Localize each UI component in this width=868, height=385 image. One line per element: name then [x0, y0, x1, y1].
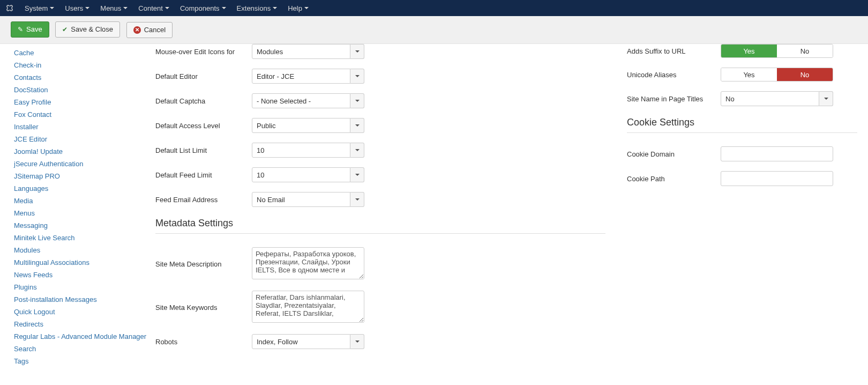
sidebar-item[interactable]: JSitemap PRO [11, 170, 155, 182]
toggle-label: Adds Suffix to URL [627, 47, 721, 55]
sidebar-item[interactable]: Plugins [11, 281, 155, 293]
save-button[interactable]: Save [11, 21, 49, 38]
caret-down-icon [85, 7, 89, 9]
robots-value: Index, Follow [252, 334, 350, 349]
sidebar-item[interactable]: News Feeds [11, 269, 155, 281]
meta-keywords-label: Site Meta Keywords [155, 303, 252, 312]
field-select[interactable]: - None Selected - [252, 93, 364, 108]
sidebar-item-label: Joomla! Update [14, 147, 155, 156]
sidebar-item[interactable]: Post-installation Messages [11, 293, 155, 306]
field-value: No Email [252, 192, 350, 207]
nav-item-extensions[interactable]: Extensions [231, 0, 283, 16]
toggle-no[interactable]: No [777, 45, 833, 57]
nav-item-system[interactable]: System [19, 0, 59, 16]
chevron-down-icon[interactable] [350, 192, 364, 207]
chevron-down-icon[interactable] [350, 143, 364, 158]
cancel-button[interactable]: Cancel [126, 22, 173, 38]
sidebar-item-label: Redirects [14, 320, 155, 328]
sidebar-item[interactable]: JCE Editor [11, 133, 155, 145]
sidebar-item[interactable]: Minitek Live Search [11, 232, 155, 244]
sidebar-item[interactable]: Languages [11, 182, 155, 195]
sidebar-item-label: Cache [14, 49, 155, 57]
field-select[interactable]: Public [252, 118, 364, 133]
sidebar-item[interactable]: Check-in [11, 59, 155, 71]
site-name-titles-select[interactable]: No [721, 91, 833, 106]
field-label: Default Access Level [155, 122, 252, 130]
caret-down-icon [304, 7, 309, 9]
field-select[interactable]: No Email [252, 192, 364, 207]
chevron-down-icon[interactable] [350, 118, 364, 133]
sidebar-item[interactable]: Fox Contact [11, 108, 155, 121]
chevron-down-icon[interactable] [350, 334, 364, 349]
sidebar-item[interactable]: Joomla! Update [11, 145, 155, 158]
nav-label: Content [138, 4, 163, 12]
sidebar-item[interactable]: Tags [11, 355, 155, 367]
toggle-yes[interactable]: Yes [721, 68, 777, 81]
field-label: Default Captcha [155, 97, 252, 105]
meta-keywords-textarea[interactable] [252, 291, 364, 323]
site-name-titles-value: No [721, 91, 819, 106]
cookie-path-input[interactable] [721, 171, 833, 186]
site-name-titles-label: Site Name in Page Titles [627, 95, 721, 103]
sidebar-item[interactable]: Messaging [11, 219, 155, 232]
sidebar-item[interactable]: Media [11, 195, 155, 207]
sidebar-item[interactable]: Cache [11, 47, 155, 59]
sidebar-item[interactable]: Easy Profile [11, 96, 155, 108]
sidebar-item[interactable]: Multilingual Associations [11, 256, 155, 269]
sidebar-item-label: Installer [14, 123, 155, 131]
sidebar-item[interactable]: jSecure Authentication [11, 158, 155, 170]
toggle-no[interactable]: No [777, 68, 833, 81]
yes-no-toggle: YesNo [721, 44, 833, 58]
save-close-label: Save & Close [71, 24, 113, 35]
chevron-down-icon[interactable] [350, 93, 364, 108]
meta-desc-textarea[interactable] [252, 247, 364, 279]
sidebar-item-label: Contacts [14, 73, 155, 82]
sidebar-item[interactable]: Regular Labs - Advanced Module Manager [11, 330, 155, 343]
sidebar-item[interactable]: Contacts [11, 71, 155, 84]
component-sidebar: CacheCheck-inContactsDocStationEasy Prof… [11, 44, 155, 367]
sidebar-item-label: Minitek Live Search [14, 234, 155, 242]
cookie-domain-input[interactable] [721, 146, 833, 161]
field-select[interactable]: 10 [252, 167, 364, 182]
robots-label: Robots [155, 338, 252, 346]
sidebar-item-label: Quick Logout [14, 308, 155, 316]
nav-label: System [25, 4, 48, 12]
chevron-down-icon[interactable] [350, 44, 364, 59]
sidebar-item[interactable]: Modules [11, 244, 155, 256]
chevron-down-icon[interactable] [350, 167, 364, 182]
nav-item-content[interactable]: Content [133, 0, 175, 16]
sidebar-item[interactable]: Quick Logout [11, 306, 155, 318]
sidebar-item[interactable]: Search [11, 343, 155, 355]
sidebar-item[interactable]: Redirects [11, 318, 155, 330]
seo-settings-column: Adds Suffix to URLYesNoUnicode AliasesYe… [627, 44, 857, 367]
field-select[interactable]: Editor - JCE [252, 69, 364, 84]
nav-item-menus[interactable]: Menus [95, 0, 133, 16]
sidebar-item[interactable]: Menus [11, 207, 155, 219]
nav-item-users[interactable]: Users [59, 0, 95, 16]
field-value: Public [252, 118, 350, 133]
field-value: 10 [252, 167, 350, 182]
joomla-logo[interactable] [5, 4, 14, 12]
chevron-down-icon[interactable] [819, 91, 833, 106]
site-settings-column: Mouse-over Edit Icons forModulesDefault … [155, 44, 605, 367]
sidebar-item-label: DocStation [14, 86, 155, 94]
toggle-yes[interactable]: Yes [721, 45, 777, 57]
nav-item-components[interactable]: Components [175, 0, 231, 16]
chevron-down-icon[interactable] [350, 69, 364, 84]
save-label: Save [26, 24, 42, 35]
sidebar-item[interactable]: DocStation [11, 84, 155, 96]
field-label: Feed Email Address [155, 196, 252, 204]
field-value: 10 [252, 143, 350, 158]
robots-select[interactable]: Index, Follow [252, 334, 364, 349]
save-close-button[interactable]: Save & Close [55, 21, 120, 38]
field-label: Default Feed Limit [155, 171, 252, 179]
field-select[interactable]: Modules [252, 44, 364, 59]
sidebar-item-label: Fox Contact [14, 110, 155, 119]
sidebar-item[interactable]: Installer [11, 121, 155, 133]
field-select[interactable]: 10 [252, 143, 364, 158]
sidebar-item-label: JSitemap PRO [14, 172, 155, 180]
nav-label: Components [180, 4, 220, 12]
nav-item-help[interactable]: Help [282, 0, 314, 16]
sidebar-item-label: Media [14, 197, 155, 205]
meta-desc-label: Site Meta Description [155, 260, 252, 268]
